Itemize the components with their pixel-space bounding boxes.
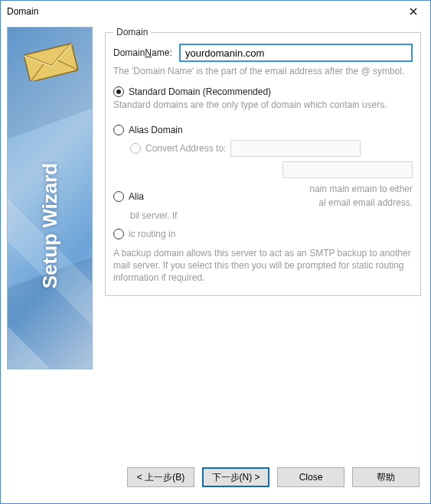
content-area: Domain Domain Name: The 'Domain Name' is… bbox=[105, 27, 424, 462]
domain-name-hint: The 'Domain Name' is the part of the ema… bbox=[113, 65, 413, 77]
domain-group: Domain Domain Name: The 'Domain Name' is… bbox=[105, 27, 421, 296]
radio-icon bbox=[113, 191, 124, 202]
corrupted-text-block: Alia nain main emain to either al email … bbox=[113, 183, 413, 241]
domain-name-label: Domain Name: bbox=[113, 47, 179, 58]
radio-alia-partial[interactable]: Alia bbox=[113, 183, 144, 210]
envelope-icon bbox=[21, 41, 80, 81]
help-button[interactable]: 帮助 bbox=[352, 467, 420, 487]
wizard-sidebar-title: Setup Wizard bbox=[38, 162, 62, 288]
svg-rect-0 bbox=[24, 44, 78, 81]
button-bar: < 上一步(B) 下一步(N) > Close 帮助 bbox=[1, 462, 430, 503]
convert-address-input-2 bbox=[282, 161, 413, 178]
radio-label: Alia bbox=[129, 191, 144, 202]
convert-address-label: Convert Address to: bbox=[145, 143, 226, 154]
radio-icon bbox=[113, 125, 124, 135]
wizard-sidebar: Setup Wizard bbox=[7, 27, 93, 369]
group-legend: Domain bbox=[113, 27, 151, 37]
convert-address-row: Convert Address to: bbox=[130, 140, 413, 157]
backup-domain-hint: A backup domain allows this server to ac… bbox=[113, 247, 413, 285]
window-title: Domain bbox=[1, 6, 397, 17]
dialog-window: Domain Setup Wizard Domain Do bbox=[0, 0, 431, 504]
convert-address-input bbox=[230, 140, 361, 157]
radio-standard-domain[interactable]: Standard Domain (Recommended) bbox=[113, 86, 413, 97]
domain-name-row: Domain Name: bbox=[113, 44, 413, 62]
radio-label: Standard Domain (Recommended) bbox=[129, 86, 271, 97]
radio-icon bbox=[130, 143, 141, 154]
radio-icon bbox=[113, 86, 124, 97]
close-button[interactable]: Close bbox=[277, 467, 344, 487]
next-button[interactable]: 下一步(N) > bbox=[202, 467, 269, 487]
radio-icon bbox=[113, 229, 124, 239]
radio-routing-partial[interactable]: ic routing in bbox=[113, 228, 413, 241]
domain-name-input[interactable] bbox=[179, 44, 413, 62]
dialog-body: Setup Wizard Domain Domain Name: The 'Do… bbox=[1, 22, 430, 462]
fragment-text: bil server. If bbox=[130, 210, 413, 223]
convert-address-row-2 bbox=[113, 161, 413, 178]
radio-alias-domain[interactable]: Alias Domain bbox=[113, 125, 413, 135]
close-icon[interactable] bbox=[397, 1, 430, 22]
back-button[interactable]: < 上一步(B) bbox=[127, 467, 194, 487]
radio-label: Alias Domain bbox=[129, 125, 183, 135]
radio-label: ic routing in bbox=[129, 228, 175, 241]
titlebar: Domain bbox=[1, 1, 430, 22]
standard-domain-hint: Standard domains are the only type of do… bbox=[113, 99, 413, 111]
